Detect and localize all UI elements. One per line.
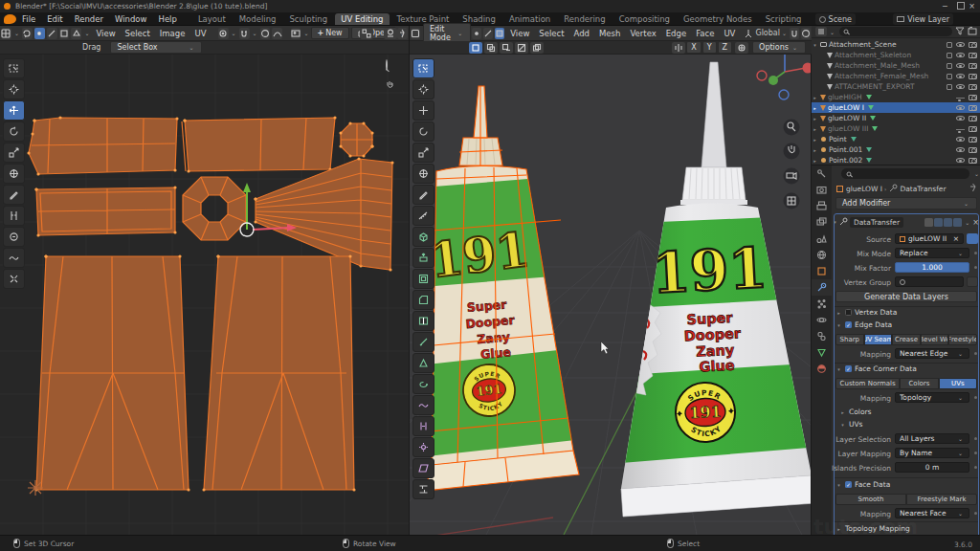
tool-add-cube[interactable] bbox=[412, 227, 434, 247]
animate-dot[interactable] bbox=[974, 252, 977, 254]
outliner-item[interactable]: Attachment_Female_Mesh bbox=[812, 71, 980, 81]
colors-section[interactable]: ▸Colors bbox=[839, 408, 872, 416]
uv-falloff-icon[interactable] bbox=[272, 28, 282, 39]
hide-icon[interactable] bbox=[956, 98, 965, 99]
animate-dot[interactable] bbox=[974, 512, 977, 515]
vp-menu-mesh[interactable]: Mesh bbox=[594, 29, 625, 38]
modifier-viewport-toggle[interactable] bbox=[944, 218, 952, 227]
tool-move[interactable] bbox=[412, 100, 434, 121]
workspace-scripting[interactable]: Scripting bbox=[760, 13, 808, 25]
render-icon[interactable] bbox=[969, 126, 977, 132]
camera-view-button[interactable] bbox=[784, 168, 800, 185]
selectbox-mode-invert-icon[interactable] bbox=[515, 42, 528, 54]
toggle-freestyle[interactable]: Freestyle bbox=[948, 334, 977, 345]
tool-loop-cut[interactable] bbox=[412, 311, 434, 331]
animate-dot[interactable] bbox=[974, 396, 977, 399]
layer-selection-dropdown[interactable]: All Layers⌄ bbox=[895, 433, 969, 444]
uv-display-chevron-icon[interactable]: ⌄ bbox=[374, 30, 383, 36]
tool-spin[interactable] bbox=[412, 374, 434, 394]
zoom-button[interactable] bbox=[784, 120, 800, 136]
properties-search[interactable]: ⌄ bbox=[832, 168, 980, 180]
tab-constraints[interactable] bbox=[812, 328, 832, 344]
outliner-editor-type-icon[interactable] bbox=[815, 27, 827, 36]
panel-expand-icon[interactable]: ▾ bbox=[832, 219, 838, 225]
uv-tool-move[interactable] bbox=[3, 100, 25, 121]
uv-tool-pinch[interactable] bbox=[3, 269, 25, 289]
outliner-item[interactable]: Attachment_Skeleton bbox=[812, 50, 980, 60]
tool-poly-build[interactable] bbox=[412, 353, 434, 373]
uv-tool-cursor[interactable] bbox=[3, 79, 25, 99]
tool-rotate[interactable] bbox=[412, 121, 434, 142]
editor-type-3d-icon[interactable] bbox=[411, 28, 420, 39]
outliner-filter-icon[interactable] bbox=[955, 27, 965, 37]
tool-rip-region[interactable] bbox=[412, 479, 434, 499]
vertex-group-field[interactable] bbox=[895, 276, 964, 287]
vp-menu-face[interactable]: Face bbox=[691, 29, 719, 38]
tab-world[interactable] bbox=[812, 247, 832, 263]
render-icon[interactable] bbox=[969, 147, 977, 153]
selectbox-mode-new-icon[interactable] bbox=[469, 42, 482, 54]
hide-icon[interactable] bbox=[956, 137, 965, 142]
fc-mapping-dropdown[interactable]: Topology⌄ bbox=[895, 392, 969, 403]
outliner-item[interactable]: ATTACHMENT_EXPORT bbox=[812, 81, 980, 92]
toggle-smooth[interactable]: Smooth bbox=[835, 494, 906, 505]
render-icon[interactable] bbox=[969, 74, 977, 79]
pin-id-icon[interactable] bbox=[969, 183, 977, 194]
outliner-display-chevron-icon[interactable]: ⌄ bbox=[828, 29, 836, 35]
tool-extrude-region[interactable] bbox=[412, 248, 434, 268]
modifier-close-icon[interactable]: × bbox=[972, 218, 979, 227]
image-browse-chevron-icon[interactable]: ⌄ bbox=[301, 30, 310, 36]
viewport-canvas[interactable]: 191 Super Dooper Zany Glue 191 SUPER STI… bbox=[410, 55, 812, 535]
tool-annotate[interactable] bbox=[412, 185, 434, 205]
generate-data-layers-button[interactable]: Generate Data Layers bbox=[835, 291, 977, 302]
vp-proportional-icon[interactable] bbox=[801, 28, 811, 39]
mirror-z-button[interactable]: Z bbox=[718, 41, 732, 54]
select-mode-vertex-icon[interactable] bbox=[472, 28, 481, 39]
animate-dot[interactable] bbox=[974, 466, 977, 469]
outliner-item-gluelow3[interactable]: ▸ glueLOW III bbox=[812, 123, 980, 134]
tab-physics[interactable] bbox=[812, 312, 832, 328]
expand-icon[interactable]: ▸ bbox=[812, 147, 818, 153]
toggle-uvs[interactable]: UVs bbox=[939, 378, 977, 389]
uv-tool-transform[interactable] bbox=[3, 164, 25, 184]
select-mode-dropdown[interactable]: Select Box ⌄ bbox=[110, 41, 202, 54]
render-icon[interactable] bbox=[969, 84, 977, 90]
uv-sync-select-icon[interactable] bbox=[22, 28, 33, 39]
animate-dot[interactable] bbox=[974, 352, 977, 355]
select-mode-face-icon[interactable] bbox=[495, 28, 504, 39]
tool-bevel[interactable] bbox=[412, 290, 434, 310]
options-dropdown[interactable]: Options ⌄ bbox=[752, 41, 806, 54]
outliner-search-input[interactable] bbox=[839, 27, 952, 36]
tool-select-box[interactable] bbox=[412, 58, 434, 78]
uv-pivot-chevron-icon[interactable]: ⌄ bbox=[230, 30, 238, 36]
uv-select-island-icon[interactable] bbox=[71, 28, 81, 39]
outliner-item-gluehigh[interactable]: ▸ glueHIGH bbox=[812, 92, 980, 102]
tab-object-data[interactable] bbox=[812, 344, 832, 361]
hide-icon[interactable] bbox=[956, 42, 965, 47]
hide-icon[interactable] bbox=[956, 147, 965, 152]
exclude-checkbox[interactable] bbox=[947, 42, 952, 48]
tab-scene[interactable] bbox=[812, 231, 832, 247]
new-collection-icon[interactable] bbox=[968, 27, 977, 37]
hide-icon[interactable] bbox=[956, 116, 965, 121]
uv-menu-image[interactable]: Image bbox=[155, 29, 190, 38]
render-icon[interactable] bbox=[969, 158, 977, 164]
vp-menu-select[interactable]: Select bbox=[534, 29, 568, 38]
animate-dot[interactable] bbox=[974, 437, 977, 440]
modifier-edit-mode-toggle[interactable] bbox=[924, 218, 933, 227]
toggle-colors[interactable]: Colors bbox=[900, 378, 938, 389]
gizmo-x-neg[interactable] bbox=[757, 71, 767, 80]
menu-help[interactable]: Help bbox=[152, 12, 182, 25]
workspace-uv-editing[interactable]: UV Editing bbox=[335, 13, 389, 25]
uv-tool-grab[interactable] bbox=[3, 227, 25, 247]
exclude-checkbox[interactable] bbox=[947, 53, 952, 58]
uv-pivot-icon[interactable] bbox=[218, 28, 229, 39]
workspace-sculpting[interactable]: Sculpting bbox=[283, 13, 333, 25]
selectbox-mode-subtract-icon[interactable] bbox=[500, 42, 513, 54]
uv-proportional-icon[interactable] bbox=[260, 28, 271, 39]
uv-zoom-icon[interactable] bbox=[386, 60, 388, 70]
vp-menu-add[interactable]: Add bbox=[569, 29, 594, 38]
hide-icon[interactable] bbox=[956, 63, 965, 68]
vertex-data-section[interactable]: ▸Vertex Data bbox=[835, 308, 897, 317]
snap-target-icon[interactable] bbox=[735, 42, 748, 54]
